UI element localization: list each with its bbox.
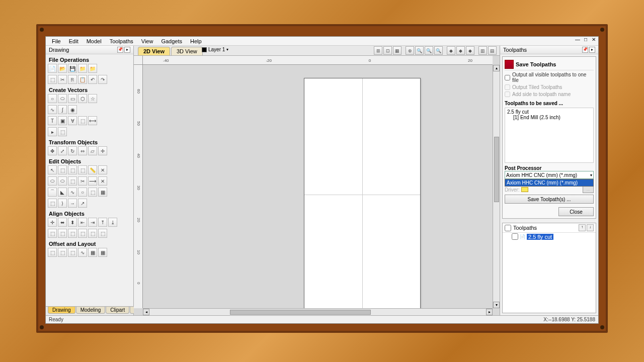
scroll-down-icon[interactable]: ▾ [493,302,500,308]
mirror-icon[interactable]: ⇔ [78,146,87,155]
dimension-icon[interactable]: ⟷ [88,116,97,125]
move-icon[interactable]: ✥ [48,146,57,155]
open-file-icon[interactable]: 📂 [58,64,67,73]
close-button[interactable]: Close [558,207,594,216]
maximize-icon[interactable]: □ [582,37,589,42]
curve-icon[interactable]: ∫ [58,105,67,114]
new-file-icon[interactable]: 📄 [48,64,57,73]
save-file-icon[interactable]: 💾 [68,64,77,73]
zoom-fit-icon[interactable]: ⊕ [406,46,414,55]
space-h-icon[interactable]: ⬚ [68,229,77,238]
spiral-icon[interactable]: ◉ [68,105,77,114]
post-processor-combo[interactable]: Axiom HHC CNC (mm) (*.mmg) ▾ Axiom HHC C… [505,171,594,179]
align-f-icon[interactable]: ⬚ [98,229,107,238]
paste-icon[interactable]: 📋 [78,75,87,84]
redo-icon[interactable]: ↷ [98,75,107,84]
view-a-icon[interactable]: ◆ [447,46,455,55]
rotate-icon[interactable]: ↻ [68,146,77,155]
close-vec-icon[interactable]: ○ [78,188,87,197]
measure-icon[interactable]: 📏 [88,165,97,174]
tab-2d-view[interactable]: 2D View [138,47,170,55]
chk-tiled[interactable]: Output Tiled Toolpaths [505,84,594,90]
distort-icon[interactable]: ▱ [88,146,97,155]
panel-pin2-icon[interactable]: 📌 [582,47,588,53]
nest-icon[interactable]: ▦ [88,248,97,257]
scrollbar-horizontal[interactable]: ◂ ▸ [143,308,493,315]
dist-v-icon[interactable]: ⬚ [58,229,67,238]
import-icon[interactable]: 📁 [78,64,87,73]
undo-icon[interactable]: ↶ [88,75,97,84]
plate-icon[interactable]: ▦ [98,248,107,257]
tree-sort-down-icon[interactable]: ↓ [587,224,594,231]
star-icon[interactable]: ☆ [88,94,97,103]
circle-icon[interactable]: ○ [48,94,57,103]
align-left-icon[interactable]: ⇤ [78,218,87,227]
open-icon[interactable]: ⟩ [58,199,67,208]
copy-icon[interactable]: ⎘ [68,75,77,84]
export-icon[interactable]: 📁 [88,64,97,73]
copy-along-icon[interactable]: ∿ [78,248,87,257]
pp-dropdown[interactable]: Axiom HHC CNC (mm) (*.mmg) [505,179,594,187]
menu-help[interactable]: Help [186,37,206,45]
rectangle-icon[interactable]: ▭ [68,94,77,103]
tab-modeling[interactable]: Modeling [76,307,106,314]
layer-selector[interactable]: Layer 1 ▾ [202,47,228,52]
polygon-icon[interactable]: ⬡ [78,94,87,103]
trim-icon[interactable]: ✂ [78,176,87,186]
menu-file[interactable]: File [48,37,65,45]
tile-v-icon[interactable]: ▤ [488,46,497,55]
ungroup-icon[interactable]: ⬚ [78,165,87,174]
canvas[interactable] [143,65,493,308]
view-c-icon[interactable]: ◆ [466,46,474,55]
scroll-left-icon[interactable]: ◂ [143,309,149,315]
tree-sort-up-icon[interactable]: ↑ [579,224,586,231]
offset-vec-icon[interactable]: ⬚ [48,248,57,257]
zoom-prev-icon[interactable]: 🔍 [434,46,443,55]
grid-icon[interactable]: ▦ [393,46,401,55]
view-b-icon[interactable]: ◆ [456,46,465,55]
tile-h-icon[interactable]: ▥ [478,46,487,55]
weld-icon[interactable]: ⬭ [48,176,57,186]
polyline-icon[interactable]: ∿ [48,105,57,114]
shape-icon[interactable]: ⬚ [58,127,67,136]
select-icon[interactable]: ↖ [48,165,57,174]
menu-toolpaths[interactable]: Toolpaths [106,37,137,45]
fillet-icon[interactable]: ⌒ [48,188,57,197]
align-v-icon[interactable]: ⬍ [68,218,77,227]
tab-clipart[interactable]: Clipart [106,307,129,314]
arrow3-icon[interactable]: ↗ [78,199,87,208]
tool-c-icon[interactable]: ▦ [98,188,107,197]
toolpath-list[interactable]: 2.5 fly cut [1] End Mill (2.5 inch) [505,108,594,163]
scroll-v-thumb[interactable] [494,137,499,202]
zoom-win-icon[interactable]: 🔍 [425,46,433,55]
close-icon[interactable]: ✕ [590,37,597,42]
tool-a-icon[interactable]: ✕ [98,165,107,174]
tree-item[interactable]: 📄 2.5 fly cut [503,233,596,240]
ellipse-icon[interactable]: ⬭ [58,94,67,103]
align-center-icon[interactable]: ✛ [48,218,57,227]
curve-fit-icon[interactable]: ∿ [68,188,77,197]
increment-icon[interactable]: ⬚ [48,75,57,84]
align-top-icon[interactable]: ⤒ [98,218,107,227]
dist-h-icon[interactable]: ⬚ [48,229,57,238]
scroll-right-icon[interactable]: ▸ [486,309,493,315]
cut-icon[interactable]: ✂ [58,75,67,84]
node-edit-icon[interactable]: ⬚ [58,165,67,174]
tree-root-checkbox[interactable] [505,225,511,231]
space-v-icon[interactable]: ⬚ [78,229,87,238]
align-tool-icon[interactable]: ✛ [98,146,107,155]
zoom-sel-icon[interactable]: 🔍 [415,46,424,55]
arrow2-icon[interactable]: → [68,199,77,208]
join-icon[interactable]: ⬚ [88,188,97,197]
circular-array-icon[interactable]: ⬚ [68,248,77,257]
scroll-up-icon[interactable]: ▴ [493,65,500,71]
save-toolpath-button[interactable]: Save Toolpath(s) ... [505,195,594,204]
size-icon[interactable]: ⤢ [58,146,67,155]
chamfer-icon[interactable]: ◣ [58,188,67,197]
arrow-icon[interactable]: ▸ [48,127,57,136]
text-curve-icon[interactable]: Ɐ [68,116,77,125]
tab-3d-view[interactable]: 3D View [171,47,203,55]
group-icon[interactable]: ⬚ [68,165,77,174]
text-box-icon[interactable]: ▣ [58,116,67,125]
chk-output-all[interactable]: Output all visible toolpaths to one file [505,72,594,83]
